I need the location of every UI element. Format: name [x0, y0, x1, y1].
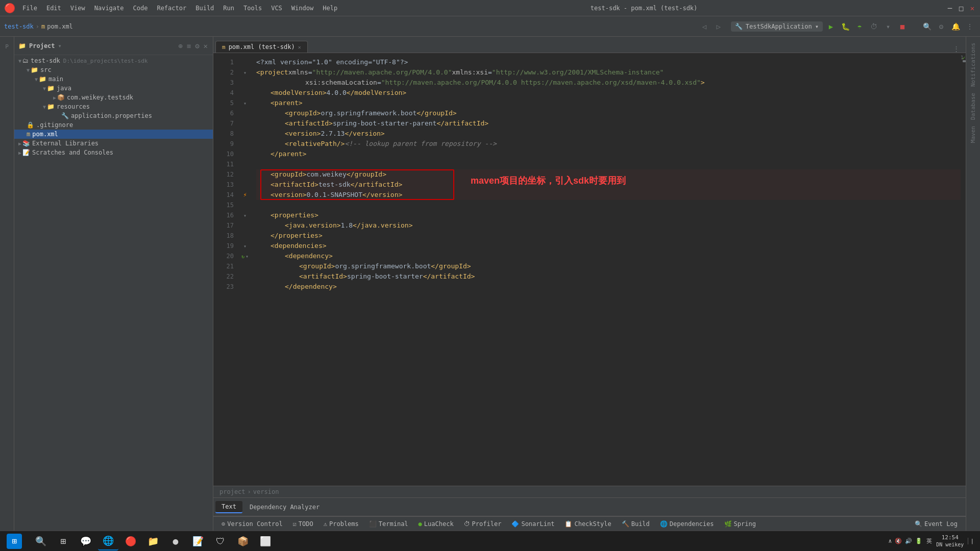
taskbar-explorer[interactable]: 📁: [143, 532, 163, 550]
code-content[interactable]: <?xml version="1.0" encoding="UTF-8"?> <…: [252, 53, 961, 486]
breadcrumb-project[interactable]: test-sdk: [4, 23, 34, 30]
tool-luacheck[interactable]: ● LuaCheck: [414, 519, 458, 529]
tree-item-ext-libraries[interactable]: ▶ 📚 External Libraries: [14, 139, 213, 148]
tray-volume[interactable]: 🔊: [905, 538, 912, 544]
menu-file[interactable]: File: [18, 3, 41, 14]
more-run-options[interactable]: ▾: [882, 20, 894, 33]
taskbar-app2[interactable]: 📦: [233, 532, 253, 550]
tool-spring[interactable]: 🌿 Spring: [720, 519, 760, 529]
coverage-button[interactable]: ☂: [853, 20, 866, 33]
taskbar-app1[interactable]: 🛡: [210, 532, 231, 550]
code-line-23: </dependency>: [256, 282, 961, 292]
menu-help[interactable]: Help: [318, 3, 341, 14]
project-panel-toggle[interactable]: P: [2, 41, 13, 52]
tray-battery[interactable]: 🔋: [915, 538, 922, 544]
tree-item-scratches[interactable]: ▶ 📝 Scratches and Consoles: [14, 148, 213, 157]
breadcrumb-version-label[interactable]: version: [253, 488, 279, 495]
search-everywhere-button[interactable]: 🔍: [921, 20, 933, 33]
system-tray: ∧ 🔇 🔊 🔋: [889, 538, 923, 544]
start-button[interactable]: ⊞: [2, 531, 27, 552]
menu-build[interactable]: Build: [191, 3, 218, 14]
todo-icon: ☑: [293, 520, 297, 528]
taskbar-notepad[interactable]: 📝: [188, 532, 208, 550]
navigate-forward-button[interactable]: ▷: [713, 20, 725, 33]
tree-item-app-properties[interactable]: 🔧 application.properties: [14, 111, 213, 120]
sidebar-notifications[interactable]: Notifications: [970, 41, 976, 89]
tray-wifi[interactable]: 🔇: [895, 538, 902, 544]
tool-version-control[interactable]: ⊙ Version Control: [217, 519, 287, 529]
menu-run[interactable]: Run: [219, 3, 238, 14]
input-method[interactable]: 英: [926, 537, 932, 545]
navigate-back-button[interactable]: ◁: [698, 20, 710, 33]
tool-dependencies[interactable]: 🌐 Dependencies: [656, 519, 718, 529]
tool-todo[interactable]: ☑ TODO: [289, 519, 317, 529]
menu-refactor[interactable]: Refactor: [153, 3, 190, 14]
taskbar-chrome[interactable]: ●: [165, 532, 186, 550]
tab-text[interactable]: Text: [215, 501, 242, 513]
gutter: ▾ ▾ ⚡ ▾ ▾ ↻ ▾: [238, 53, 252, 486]
folder-icon: 📁: [31, 66, 38, 73]
breadcrumb-project-label[interactable]: project: [219, 488, 246, 495]
menu-tools[interactable]: Tools: [239, 3, 266, 14]
code-line-5: <parent>: [256, 98, 961, 108]
panel-options-button[interactable]: ⚙: [194, 41, 200, 51]
tool-profiler[interactable]: ⏱ Profiler: [460, 519, 506, 529]
tab-bar-options[interactable]: ⋮: [949, 45, 964, 53]
taskbar-edge[interactable]: 🌐: [98, 532, 118, 550]
menu-navigate[interactable]: Navigate: [90, 3, 128, 14]
tree-item-src[interactable]: ▼ 📁 src: [14, 65, 213, 74]
project-panel-dropdown[interactable]: ▾: [58, 42, 62, 49]
taskbar-wechat[interactable]: 💬: [76, 532, 96, 550]
run-configuration-selector[interactable]: 🔧 TestSdkApplication ▾: [731, 21, 823, 32]
tree-item-java[interactable]: ▼ 📁 java: [14, 84, 213, 93]
build-icon: 🔨: [622, 520, 629, 528]
tree-item-gitignore[interactable]: 🔒 .gitignore: [14, 120, 213, 130]
tool-checkstyle[interactable]: 📋 CheckStyle: [560, 519, 615, 529]
tree-item-main[interactable]: ▼ 📁 main: [14, 74, 213, 84]
show-desktop[interactable]: |: [968, 538, 974, 544]
sidebar-maven[interactable]: Maven: [970, 124, 976, 145]
tree-item-root[interactable]: ▼ 🗂 test-sdk D:\idea_projects\test-sdk: [14, 56, 213, 65]
tool-sonarlint[interactable]: 🔷 SonarLint: [507, 519, 558, 529]
profile-button[interactable]: ⏱: [868, 20, 880, 33]
settings-button[interactable]: ⚙: [935, 20, 947, 33]
breadcrumb-file[interactable]: pom.xml: [47, 23, 73, 30]
menu-edit[interactable]: Edit: [42, 3, 65, 14]
taskbar-app3[interactable]: ⬜: [255, 532, 276, 550]
bottom-breadcrumb: project › version: [213, 486, 966, 498]
tool-problems[interactable]: ⚠ Problems: [320, 519, 363, 529]
window-title: test-sdk - pom.xml (test-sdk): [591, 5, 698, 12]
tree-item-pomxml[interactable]: m pom.xml: [14, 130, 213, 139]
tool-event-log[interactable]: 🔍 Event Log: [911, 519, 962, 529]
menu-view[interactable]: View: [66, 3, 89, 14]
tab-close-button[interactable]: ✕: [298, 44, 301, 50]
updates-button[interactable]: 🔔: [949, 20, 962, 33]
editor-tab-pomxml[interactable]: m pom.xml (test-sdk) ✕: [215, 41, 308, 53]
tray-chevron[interactable]: ∧: [889, 538, 892, 544]
tree-item-resources[interactable]: ▼ 📁 resources: [14, 102, 213, 111]
tool-build[interactable]: 🔨 Build: [618, 519, 654, 529]
maximize-button[interactable]: □: [958, 5, 965, 12]
menu-window[interactable]: Window: [287, 3, 317, 14]
run-button[interactable]: ▶: [825, 20, 837, 33]
tree-item-package[interactable]: ▶ 📦 com.weikey.testsdk: [14, 93, 213, 102]
debug-button[interactable]: 🐛: [839, 20, 851, 33]
stop-button[interactable]: ■: [896, 20, 909, 33]
clock[interactable]: 12:54 DN weikey: [936, 534, 964, 548]
menu-vcs[interactable]: VCS: [267, 3, 286, 14]
more-options-button[interactable]: ⋮: [964, 20, 976, 33]
collapse-all-button[interactable]: ≡: [186, 41, 192, 51]
code-line-19: <dependencies>: [256, 241, 961, 251]
tool-terminal[interactable]: ⬛ Terminal: [365, 519, 412, 529]
taskbar-intellij[interactable]: 🔴: [120, 532, 141, 550]
close-button[interactable]: ✕: [969, 5, 976, 12]
taskbar-search[interactable]: 🔍: [31, 532, 51, 550]
taskbar-taskview[interactable]: ⊞: [53, 532, 74, 550]
package-icon: 📦: [57, 94, 65, 101]
sidebar-database[interactable]: Database: [970, 91, 976, 122]
locate-file-button[interactable]: ⊕: [177, 41, 183, 51]
menu-code[interactable]: Code: [129, 3, 152, 14]
panel-close-button[interactable]: ✕: [203, 41, 209, 51]
minimize-button[interactable]: ─: [946, 5, 953, 12]
tab-dependency-analyzer[interactable]: Dependency Analyzer: [243, 502, 326, 513]
